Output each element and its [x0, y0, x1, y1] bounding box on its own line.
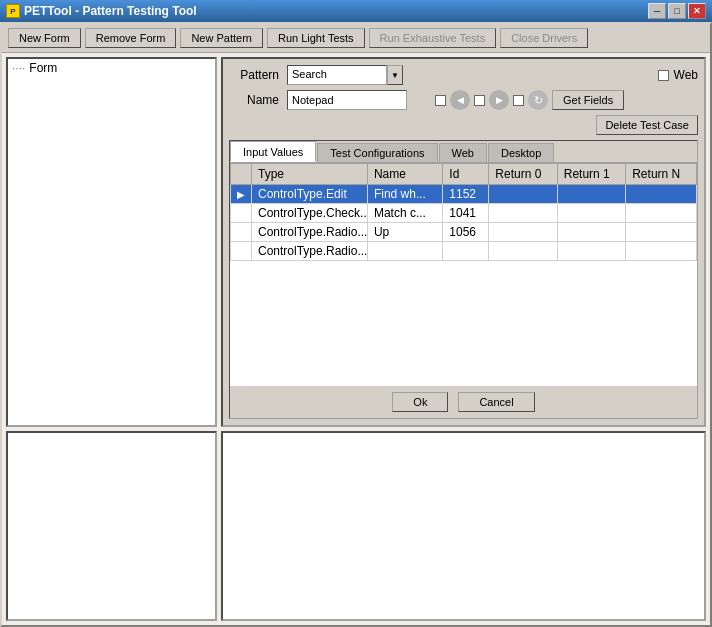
- row-arrow: [231, 204, 252, 223]
- left-wrapper: ···· Form: [2, 53, 217, 625]
- cancel-button[interactable]: Cancel: [458, 392, 534, 412]
- window-controls: ─ □ ✕: [648, 3, 706, 19]
- tab-input-values[interactable]: Input Values: [230, 141, 316, 162]
- name-row: Name: [229, 90, 407, 110]
- row-r0: [489, 223, 557, 242]
- name-input[interactable]: [287, 90, 407, 110]
- col-header-arrow: [231, 164, 252, 185]
- checkbox-1[interactable]: [435, 95, 446, 106]
- pattern-dropdown: Search ▼: [287, 65, 403, 85]
- remove-form-button[interactable]: Remove Form: [85, 28, 177, 48]
- row-name: [367, 242, 442, 261]
- col-header-id: Id: [443, 164, 489, 185]
- row-name: Find wh...: [367, 185, 442, 204]
- tab-test-configurations[interactable]: Test Configurations: [317, 143, 437, 162]
- row-name: Match c...: [367, 204, 442, 223]
- name-label: Name: [229, 93, 279, 107]
- row-arrow: [231, 223, 252, 242]
- row-r0: [489, 204, 557, 223]
- row-arrow: ▶: [231, 185, 252, 204]
- row-id: 1041: [443, 204, 489, 223]
- row-rn: [626, 204, 697, 223]
- left-top-panel: ···· Form: [6, 57, 217, 427]
- tab-web[interactable]: Web: [439, 143, 487, 162]
- col-header-type: Type: [252, 164, 368, 185]
- left-bottom-panel: [6, 431, 217, 621]
- right-bottom-panel: [221, 431, 706, 621]
- close-button[interactable]: ✕: [688, 3, 706, 19]
- col-header-return0: Return 0: [489, 164, 557, 185]
- app-icon: P: [6, 4, 20, 18]
- web-label: Web: [674, 68, 698, 82]
- row-r1: [557, 204, 625, 223]
- close-drivers-button[interactable]: Close Drivers: [500, 28, 588, 48]
- pattern-dropdown-arrow[interactable]: ▼: [387, 65, 403, 85]
- row-type: ControlType.Radio...: [252, 223, 368, 242]
- table-row[interactable]: ControlType.Radio...: [231, 242, 697, 261]
- new-pattern-button[interactable]: New Pattern: [180, 28, 263, 48]
- table-wrapper[interactable]: Type Name Id Return 0 Return 1 Return N: [230, 163, 697, 386]
- row-arrow: [231, 242, 252, 261]
- col-header-returnn: Return N: [626, 164, 697, 185]
- row-type: ControlType.Edit: [252, 185, 368, 204]
- refresh-icon[interactable]: ↻: [528, 90, 548, 110]
- col-header-name: Name: [367, 164, 442, 185]
- toolbar: New Form Remove Form New Pattern Run Lig…: [2, 24, 710, 53]
- title-bar-text: PETTool - Pattern Testing Tool: [24, 4, 197, 18]
- row-rn: [626, 242, 697, 261]
- input-values-content: Type Name Id Return 0 Return 1 Return N: [230, 163, 697, 418]
- tree-item-form[interactable]: ···· Form: [8, 59, 215, 77]
- table-row[interactable]: ▶ ControlType.Edit Find wh... 1152: [231, 185, 697, 204]
- tab-desktop[interactable]: Desktop: [488, 143, 554, 162]
- row-id: [443, 242, 489, 261]
- table-row[interactable]: ControlType.Check... Match c... 1041: [231, 204, 697, 223]
- right-wrapper: Pattern Search ▼ Web Name: [217, 53, 710, 625]
- run-light-tests-button[interactable]: Run Light Tests: [267, 28, 365, 48]
- row-name: Up: [367, 223, 442, 242]
- checkbox-3[interactable]: [513, 95, 524, 106]
- minimize-button[interactable]: ─: [648, 3, 666, 19]
- right-top-panel: Pattern Search ▼ Web Name: [221, 57, 706, 427]
- col-header-return1: Return 1: [557, 164, 625, 185]
- row-id: 1152: [443, 185, 489, 204]
- pattern-label: Pattern: [229, 68, 279, 82]
- row-id: 1056: [443, 223, 489, 242]
- row-type: ControlType.Check...: [252, 204, 368, 223]
- maximize-button[interactable]: □: [668, 3, 686, 19]
- row-rn: [626, 185, 697, 204]
- row-type: ControlType.Radio...: [252, 242, 368, 261]
- row-r1: [557, 223, 625, 242]
- delete-test-button[interactable]: Delete Test Case: [596, 115, 698, 135]
- tree-dots: ····: [12, 61, 25, 75]
- row-r1: [557, 185, 625, 204]
- new-form-button[interactable]: New Form: [8, 28, 81, 48]
- title-bar: P PETTool - Pattern Testing Tool ─ □ ✕: [0, 0, 712, 22]
- content-area: ···· Form Pattern Search ▼: [2, 53, 710, 625]
- data-table: Type Name Id Return 0 Return 1 Return N: [230, 163, 697, 261]
- pattern-row: Pattern Search ▼: [229, 65, 403, 85]
- run-exhaustive-button[interactable]: Run Exhaustive Tests: [369, 28, 497, 48]
- checkbox-2[interactable]: [474, 95, 485, 106]
- main-window: New Form Remove Form New Pattern Run Lig…: [0, 22, 712, 627]
- tab-headers: Input Values Test Configurations Web Des…: [230, 141, 697, 163]
- tabs-container: Input Values Test Configurations Web Des…: [229, 140, 698, 419]
- back-icon[interactable]: ◀: [450, 90, 470, 110]
- table-row[interactable]: ControlType.Radio... Up 1056: [231, 223, 697, 242]
- row-r0: [489, 242, 557, 261]
- get-fields-button[interactable]: Get Fields: [552, 90, 624, 110]
- row-r1: [557, 242, 625, 261]
- row-rn: [626, 223, 697, 242]
- tree-form-label: Form: [29, 61, 57, 75]
- forward-icon[interactable]: ▶: [489, 90, 509, 110]
- ok-button[interactable]: Ok: [392, 392, 448, 412]
- dialog-buttons: Ok Cancel: [230, 386, 697, 418]
- row-r0: [489, 185, 557, 204]
- web-checkbox[interactable]: [658, 70, 669, 81]
- pattern-select[interactable]: Search: [287, 65, 387, 85]
